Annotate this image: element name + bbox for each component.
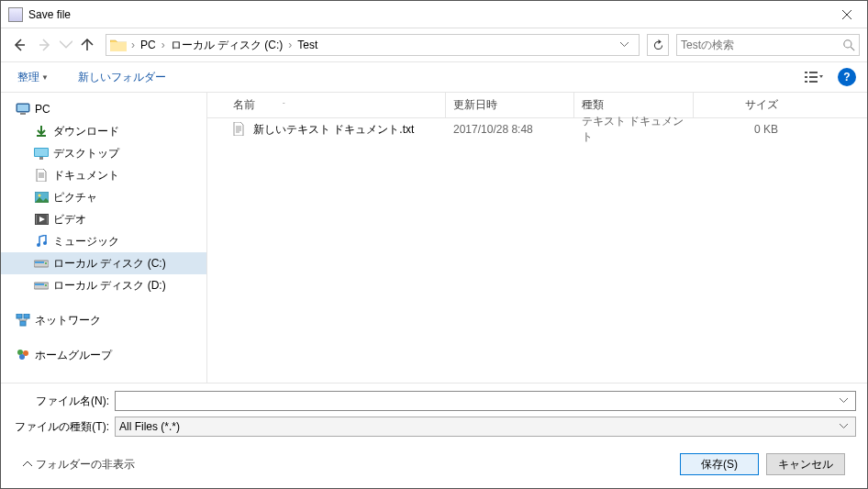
search-icon — [843, 39, 855, 51]
back-button[interactable] — [8, 34, 30, 56]
new-folder-label: 新しいフォルダー — [78, 70, 166, 85]
sidebar-item-network[interactable]: ネットワーク — [1, 309, 206, 331]
close-button[interactable] — [826, 1, 867, 28]
svg-rect-26 — [35, 283, 44, 285]
up-button[interactable] — [76, 34, 98, 56]
sidebar-label: ホームグループ — [35, 348, 112, 363]
svg-rect-3 — [809, 72, 818, 73]
cancel-button[interactable]: キャンセル — [766, 453, 845, 475]
recent-dropdown[interactable] — [60, 34, 72, 56]
document-icon — [34, 168, 49, 183]
file-size: 0 KB — [754, 123, 778, 136]
titlebar: Save file — [1, 1, 867, 28]
svg-point-27 — [45, 284, 47, 286]
chevron-up-icon — [23, 461, 32, 467]
sidebar-item-homegroup[interactable]: ホームグループ — [1, 344, 206, 366]
help-button[interactable]: ? — [838, 68, 856, 86]
sidebar-label: ダウンロード — [53, 124, 119, 139]
column-label: 種類 — [582, 97, 604, 113]
organize-label: 整理 — [17, 70, 39, 85]
search-box[interactable] — [676, 34, 860, 56]
file-pane: 名前 ˆ 更新日時 種類 サイズ 新しいテキスト ドキュメント.txt 2017… — [207, 93, 867, 383]
file-type: テキスト ドキュメント — [582, 114, 686, 145]
sidebar-item-downloads[interactable]: ダウンロード — [1, 120, 206, 142]
refresh-icon — [652, 39, 664, 51]
view-icon — [805, 71, 823, 83]
chevron-down-icon — [620, 42, 629, 47]
column-label: 更新日時 — [453, 97, 497, 113]
svg-rect-11 — [37, 135, 46, 137]
svg-point-24 — [45, 262, 47, 264]
sidebar-item-music[interactable]: ミュージック — [1, 230, 206, 252]
search-input[interactable] — [681, 39, 843, 51]
sidebar-item-documents[interactable]: ドキュメント — [1, 164, 206, 186]
filename-dropdown[interactable] — [836, 398, 851, 403]
column-name[interactable]: 名前 ˆ — [226, 93, 446, 117]
close-icon — [842, 10, 851, 19]
svg-rect-30 — [20, 321, 26, 326]
filename-input[interactable] — [119, 395, 836, 407]
breadcrumb-drive[interactable]: ローカル ディスク (C:) — [168, 38, 286, 53]
sidebar-label: ネットワーク — [35, 313, 101, 328]
music-icon — [34, 234, 49, 249]
filetype-select[interactable]: All Files (*.*) — [115, 417, 856, 437]
hide-folders-button[interactable]: フォルダーの非表示 — [23, 457, 135, 472]
sidebar-item-pc[interactable]: PC — [1, 98, 206, 120]
breadcrumb-sep: › — [159, 39, 168, 51]
column-label: サイズ — [745, 97, 778, 113]
app-icon — [8, 7, 23, 22]
address-dropdown[interactable] — [620, 42, 637, 47]
column-date[interactable]: 更新日時 — [446, 93, 574, 117]
svg-point-33 — [19, 354, 25, 360]
column-size[interactable]: サイズ — [694, 93, 785, 117]
svg-rect-29 — [24, 314, 29, 318]
filetype-dropdown[interactable] — [836, 424, 851, 428]
svg-rect-14 — [39, 157, 43, 160]
breadcrumb-folder[interactable]: Test — [295, 39, 320, 51]
video-icon — [34, 212, 49, 227]
pc-icon — [16, 102, 30, 117]
arrow-left-icon — [12, 38, 27, 52]
filename-field[interactable] — [115, 391, 856, 411]
svg-rect-23 — [35, 261, 44, 263]
breadcrumb-pc[interactable]: PC — [138, 39, 159, 51]
sidebar-item-pictures[interactable]: ピクチャ — [1, 186, 206, 208]
svg-rect-2 — [805, 72, 807, 73]
refresh-button[interactable] — [647, 34, 669, 56]
text-file-icon — [233, 122, 248, 137]
svg-rect-18 — [36, 215, 37, 224]
folder-icon — [108, 37, 128, 53]
sidebar-item-videos[interactable]: ビデオ — [1, 208, 206, 230]
svg-rect-9 — [17, 105, 28, 111]
sidebar-item-drive-c[interactable]: ローカル ディスク (C:) — [1, 252, 206, 274]
svg-point-20 — [37, 243, 40, 247]
sidebar[interactable]: PC ダウンロード デスクトップ ドキュメント ピクチャ ビデオ ミュージック — [1, 93, 207, 383]
homegroup-icon — [16, 348, 30, 362]
sidebar-label: ピクチャ — [53, 190, 97, 206]
main-pane: PC ダウンロード デスクトップ ドキュメント ピクチャ ビデオ ミュージック — [1, 93, 867, 383]
breadcrumb-sep: › — [285, 39, 295, 51]
organize-button[interactable]: 整理 ▼ — [12, 66, 54, 89]
address-bar[interactable]: › PC › ローカル ディスク (C:) › Test — [106, 34, 640, 56]
svg-rect-5 — [809, 76, 818, 78]
column-headers: 名前 ˆ 更新日時 種類 サイズ — [207, 93, 867, 118]
view-options-button[interactable] — [797, 67, 830, 87]
sidebar-spacer — [1, 296, 206, 309]
sidebar-label: ローカル ディスク (D:) — [53, 278, 166, 294]
file-row[interactable]: 新しいテキスト ドキュメント.txt 2017/10/28 8:48 テキスト … — [226, 118, 867, 140]
new-folder-button[interactable]: 新しいフォルダー — [72, 66, 172, 89]
svg-point-1 — [844, 39, 851, 47]
forward-button[interactable] — [34, 34, 56, 56]
sidebar-spacer — [1, 331, 206, 344]
sidebar-item-drive-d[interactable]: ローカル ディスク (D:) — [1, 274, 206, 296]
sidebar-item-desktop[interactable]: デスクトップ — [1, 142, 206, 164]
file-list[interactable]: 新しいテキスト ドキュメント.txt 2017/10/28 8:48 テキスト … — [207, 118, 867, 383]
column-label: 名前 — [233, 97, 255, 113]
hide-folders-label: フォルダーの非表示 — [36, 457, 135, 472]
file-name: 新しいテキスト ドキュメント.txt — [253, 122, 414, 138]
save-button[interactable]: 保存(S) — [680, 453, 759, 475]
arrow-up-icon — [80, 38, 95, 52]
chevron-down-icon — [840, 424, 848, 428]
svg-rect-28 — [17, 314, 22, 318]
navbar: › PC › ローカル ディスク (C:) › Test — [1, 28, 867, 61]
